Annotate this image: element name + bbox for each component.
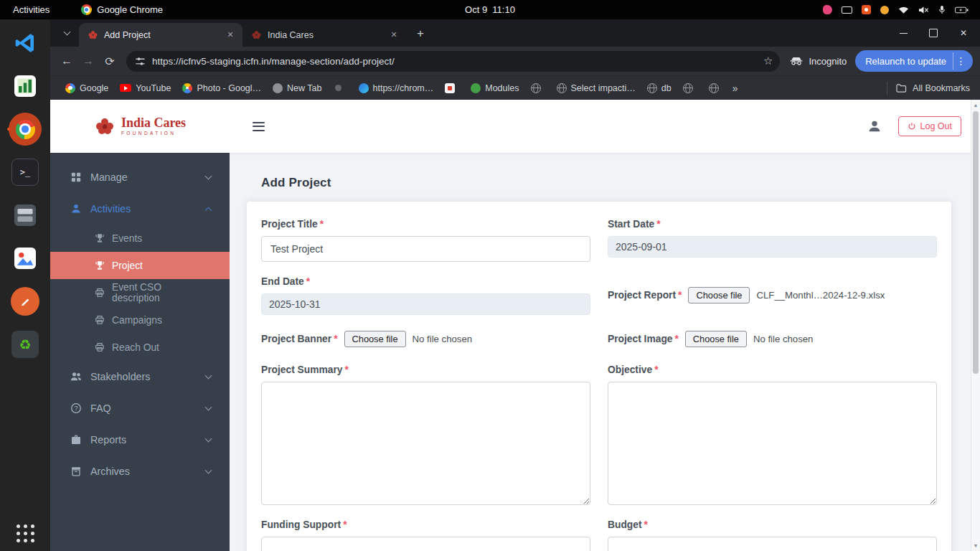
chevron-down-icon <box>205 173 212 180</box>
bookmark-photos[interactable]: Photo - Googl… <box>177 81 266 95</box>
project-banner-choose-file-button[interactable]: Choose file <box>344 331 406 347</box>
scrollbar-thumb[interactable] <box>973 111 979 374</box>
printer-icon <box>95 342 105 352</box>
browser-menu-icon[interactable]: ⋮ <box>953 52 969 70</box>
tab-add-project[interactable]: Add Project ✕ <box>79 23 242 47</box>
tab-search-button[interactable] <box>57 24 76 42</box>
sidebar-item-manage[interactable]: Manage <box>50 161 230 193</box>
project-image-choose-file-button[interactable]: Choose file <box>685 331 747 347</box>
bookmark-chrome-link[interactable]: https://chrom… <box>354 81 439 95</box>
sidebar-item-event-cso-description[interactable]: Event CSO description <box>50 279 230 306</box>
project-summary-textarea[interactable] <box>261 382 590 505</box>
clock[interactable]: Oct 9 11:10 <box>465 4 515 15</box>
required-asterisk: * <box>306 276 310 287</box>
dock-image-viewer[interactable] <box>6 242 44 275</box>
image-viewer-icon <box>12 245 38 271</box>
bookmark-unnamed-3[interactable] <box>526 81 550 95</box>
power-icon <box>908 122 916 131</box>
dock-vscode[interactable] <box>6 27 44 60</box>
bookmark-modules[interactable]: Modules <box>466 81 524 95</box>
site-favicon <box>88 29 98 40</box>
relaunch-button[interactable]: Relaunch to update ⋮ <box>855 50 973 72</box>
forward-button[interactable]: → <box>77 50 99 72</box>
project-summary-field: Project Summary* <box>261 364 590 505</box>
activities-button[interactable]: Activities <box>0 4 62 15</box>
scroll-down-arrow[interactable]: ▼ <box>971 541 980 550</box>
archive-icon <box>70 466 82 477</box>
user-icon[interactable] <box>867 118 882 134</box>
sidebar-item-stakeholders[interactable]: Stakeholders <box>50 361 230 392</box>
bookmark-youtube[interactable]: YouTube <box>115 81 176 95</box>
address-bar[interactable]: https://icfnv5-staging.icfn.in/manage-se… <box>126 51 780 72</box>
dock-recycle[interactable]: ♻ <box>6 328 44 361</box>
sidebar-item-campaigns[interactable]: Campaigns <box>50 306 230 334</box>
bookmark-unnamed-5[interactable] <box>704 81 728 95</box>
restore-button[interactable] <box>925 25 941 41</box>
bookmark-star-icon[interactable]: ☆ <box>763 55 773 67</box>
microphone-icon[interactable] <box>938 5 946 14</box>
end-date-input[interactable] <box>261 293 590 315</box>
project-banner-field: Project Banner* Choose file No file chos… <box>261 331 590 347</box>
bookmarks-bar: Google YouTube Photo - Googl… New Tab ht… <box>50 75 980 100</box>
site-settings-icon[interactable] <box>135 56 146 67</box>
sidebar-item-reach-out[interactable]: Reach Out <box>50 334 230 361</box>
sidebar-item-archives[interactable]: Archives <box>50 456 230 487</box>
dock-files[interactable] <box>6 199 44 232</box>
sidebar-item-project[interactable]: Project <box>50 252 230 279</box>
logout-button[interactable]: Log Out <box>898 116 961 136</box>
sidebar-item-reports[interactable]: Reports <box>50 424 230 456</box>
running-indicator <box>7 128 10 131</box>
bookmarks-overflow-button[interactable]: » <box>732 83 738 94</box>
scroll-up-arrow[interactable]: ▲ <box>971 100 980 110</box>
minimize-button[interactable] <box>895 25 911 41</box>
bookmark-select-impact[interactable]: Select impacti… <box>552 81 641 95</box>
start-date-input[interactable] <box>608 236 937 258</box>
close-tab-icon[interactable]: ✕ <box>387 29 400 42</box>
screen-record-icon[interactable] <box>862 5 871 14</box>
close-tab-icon[interactable]: ✕ <box>224 29 237 42</box>
media-indicator-icon[interactable] <box>823 5 832 14</box>
wifi-icon[interactable] <box>898 6 909 14</box>
sidebar-item-activities[interactable]: Activities <box>50 193 230 225</box>
bookmark-unnamed-4[interactable] <box>678 81 702 95</box>
all-bookmarks-button[interactable]: All Bookmarks <box>896 83 970 93</box>
dock-text-editor[interactable] <box>6 285 44 318</box>
reload-button[interactable]: ⟳ <box>99 50 121 72</box>
funding-support-input[interactable] <box>261 537 590 551</box>
close-window-button[interactable]: ✕ <box>956 25 971 41</box>
site-logo[interactable]: India Cares FOUNDATION <box>50 116 230 136</box>
notification-icon[interactable] <box>880 6 889 14</box>
sidebar-toggle-button[interactable] <box>248 118 269 136</box>
printer-icon <box>95 315 105 325</box>
bookmark-unnamed-1[interactable] <box>329 83 352 93</box>
budget-input[interactable] <box>608 537 937 551</box>
back-button[interactable]: ← <box>56 50 77 72</box>
new-tab-button[interactable]: + <box>410 24 430 44</box>
incognito-icon <box>790 57 803 65</box>
app-grid-button[interactable] <box>17 524 34 542</box>
project-report-choose-file-button[interactable]: Choose file <box>688 287 750 303</box>
tab-india-cares[interactable]: India Cares ✕ <box>242 23 406 47</box>
display-share-icon[interactable] <box>842 6 852 14</box>
bookmark-new-tab[interactable]: New Tab <box>268 81 326 95</box>
start-date-label: Start Date* <box>608 219 937 230</box>
chevron-down-icon <box>205 467 212 474</box>
trophy-icon <box>95 233 105 243</box>
sidebar-item-events[interactable]: Events <box>50 225 230 252</box>
bookmark-unnamed-2[interactable] <box>440 81 464 95</box>
project-title-input[interactable] <box>261 236 590 262</box>
dock-terminal[interactable]: >_ <box>6 156 44 189</box>
briefcase-icon <box>70 434 82 446</box>
battery-icon[interactable] <box>955 6 969 14</box>
focused-app-menu[interactable]: Google Chrome <box>81 4 163 15</box>
bookmark-google[interactable]: Google <box>60 81 113 95</box>
sidebar-item-faq[interactable]: ? FAQ <box>50 392 230 424</box>
dock-libreoffice-calc[interactable] <box>6 70 44 103</box>
chevron-down-icon <box>205 372 212 380</box>
objective-textarea[interactable] <box>608 382 937 505</box>
page-scrollbar[interactable]: ▲ ▼ <box>971 100 980 551</box>
volume-muted-icon[interactable] <box>918 6 929 14</box>
required-asterisk: * <box>654 364 658 375</box>
bookmark-db[interactable]: db <box>642 81 677 95</box>
dock-chrome[interactable] <box>6 113 44 146</box>
